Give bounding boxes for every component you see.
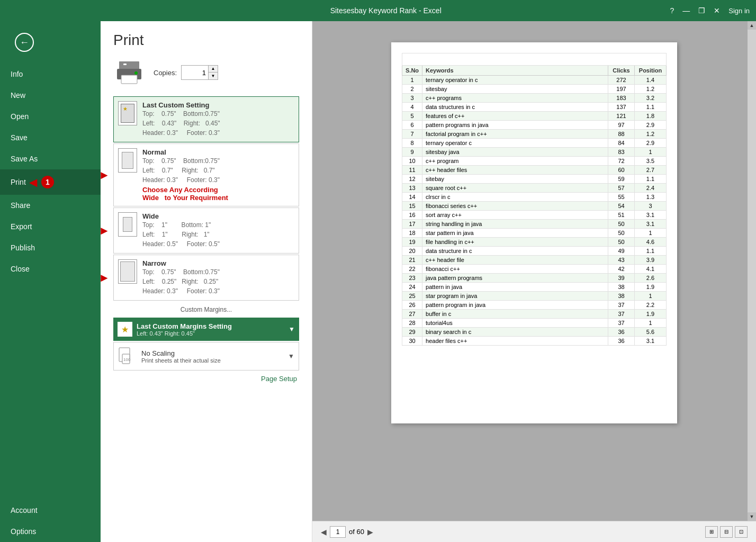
next-page-button[interactable]: ▶	[367, 528, 373, 536]
window-title: Sitesesbay Keyword Rank - Excel	[102, 6, 670, 15]
page-break-button[interactable]: ⊡	[735, 526, 748, 538]
table-row: 17string handling in java503.1	[402, 220, 667, 229]
content-area: Print Copies:	[101, 21, 756, 542]
last-custom-title: Last Custom Margins Setting	[137, 322, 284, 330]
table-row: 12sitebay591.1	[402, 175, 667, 184]
table-col-header: S.No Keywords Clicks Position	[402, 66, 667, 76]
no-scaling-title: No Scaling	[141, 349, 284, 357]
help-icon[interactable]: ?	[670, 6, 674, 15]
no-scaling-dropdown-arrow: ▼	[288, 353, 294, 360]
sidebar-item-share[interactable]: Share	[0, 195, 101, 216]
print-copies-row: Copies: ▲ ▼	[113, 59, 299, 86]
normal-view-button[interactable]: ⊞	[705, 526, 718, 538]
print-number-badge: 1	[41, 176, 54, 188]
col-position: Position	[635, 66, 667, 76]
narrow-red-arrow: ►	[101, 271, 110, 285]
last-custom-margins-dropdown[interactable]: ★ Last Custom Margins Setting Left: 0.43…	[113, 318, 299, 341]
col-sno: S.No	[402, 66, 422, 76]
margin-option-wide[interactable]: Wide Top: 1" Bottom: 1" Left: 1" Right: …	[113, 207, 299, 254]
prev-page-button[interactable]: ◀	[321, 528, 327, 536]
sidebar-item-info[interactable]: Info	[0, 64, 101, 85]
svg-text:100: 100	[123, 357, 131, 362]
col-clicks: Clicks	[608, 66, 635, 76]
margin-sub-last-custom: Top: 0.75" Bottom:0.75" Left: 0.43" Righ…	[142, 109, 294, 138]
no-scaling-dropdown[interactable]: 100 No Scaling Print sheets at their act…	[113, 342, 299, 371]
printer-icon	[113, 59, 145, 86]
no-scaling-sub: Print sheets at their actual size	[141, 357, 284, 364]
sidebar-item-publish[interactable]: Publish	[0, 237, 101, 258]
sign-in-link[interactable]: Sign in	[728, 7, 750, 15]
table-row: 28tutorial4us371	[402, 319, 667, 328]
table-row: 9sitesbay java831	[402, 148, 667, 157]
scroll-up-button[interactable]: ▲	[748, 21, 756, 30]
margin-thumb-wide	[118, 212, 137, 237]
svg-point-4	[134, 71, 138, 75]
table-row: 1ternary operator in c2721.4	[402, 76, 667, 85]
sidebar-item-close[interactable]: Close	[0, 258, 101, 279]
copies-up-button[interactable]: ▲	[208, 66, 218, 73]
table-row: 21c++ header file433.9	[402, 256, 667, 265]
table-row: 8ternary operator c842.9	[402, 139, 667, 148]
table-row: 14clrscr in c551.3	[402, 193, 667, 202]
table-row: 15fibonacci series c++543	[402, 202, 667, 211]
table-row: 2sitesbay1971.2	[402, 85, 667, 94]
last-custom-dropdown-arrow: ▼	[289, 326, 295, 333]
preview-sheet: Sitesbay Keyword Ranking S.No Keywords C…	[391, 42, 677, 423]
maximize-button[interactable]: ❐	[698, 6, 705, 15]
margin-thumb-last-custom: ★	[118, 101, 137, 125]
page-number-input[interactable]	[330, 526, 346, 538]
sidebar-item-new[interactable]: New	[0, 85, 101, 106]
page-layout-button[interactable]: ⊟	[720, 526, 733, 538]
close-button[interactable]: ✕	[714, 6, 720, 15]
sidebar-item-export[interactable]: Export	[0, 216, 101, 237]
margin-option-last-custom[interactable]: ★ Last Custom Setting Top: 0.75" Bottom:…	[113, 96, 299, 142]
last-custom-sub: Left: 0.43" Right: 0.45"	[137, 330, 284, 337]
table-row: 4data structures in c1371.1	[402, 103, 667, 112]
sidebar-item-account[interactable]: Account	[0, 500, 101, 521]
sidebar-item-open[interactable]: Open	[0, 106, 101, 127]
margin-sub-narrow: Top: 0.75" Bottom:0.75" Left: 0.25" Righ…	[142, 267, 294, 296]
table-row: 22fibonacci c++424.1	[402, 265, 667, 274]
sidebar-item-save-as[interactable]: Save As	[0, 148, 101, 169]
back-button[interactable]: ←	[8, 26, 40, 58]
margin-name-wide: Wide	[142, 212, 294, 220]
table-row: 6pattern programs in java972.9	[402, 121, 667, 130]
sidebar-item-options[interactable]: Options	[0, 521, 101, 542]
custom-margins-link[interactable]: Custom Margins...	[113, 302, 299, 318]
print-title: Print	[113, 32, 299, 49]
table-header-row: Sitesbay Keyword Ranking	[402, 53, 667, 66]
copies-input[interactable]	[182, 66, 208, 79]
margin-option-narrow[interactable]: Narrow Top: 0.75" Bottom:0.75" Left: 0.2…	[113, 255, 299, 301]
sidebar-item-save[interactable]: Save	[0, 127, 101, 148]
margin-option-wide-wrap: ► Wide Top: 1" Bottom: 1" Left: 1" Right…	[113, 207, 299, 254]
svg-rect-2	[121, 75, 137, 84]
table-row: 10c++ program723.5	[402, 157, 667, 166]
table-row: 25star program in java381	[402, 292, 667, 301]
sidebar-item-print[interactable]: Print ◀ 1	[0, 169, 101, 195]
minimize-button[interactable]: —	[682, 6, 690, 15]
page-navigation: ◀ of 60 ▶	[321, 526, 373, 538]
margin-option-normal-wrap: ► Normal Top: 0.75" Bottom:0.75" Left: 0…	[113, 143, 299, 206]
last-custom-star-icon: ★	[118, 322, 132, 337]
copies-down-button[interactable]: ▼	[208, 73, 218, 79]
preview-scrollbar[interactable]: ▲ ▼	[748, 21, 756, 521]
print-panel: Print Copies:	[101, 21, 312, 542]
table-title: Sitesbay Keyword Ranking	[402, 53, 667, 66]
margin-sub-wide: Top: 1" Bottom: 1" Left: 1" Right: 1" He…	[142, 220, 294, 249]
table-row: 16sort array c++513.1	[402, 211, 667, 220]
margin-option-normal[interactable]: Normal Top: 0.75" Bottom:0.75" Left: 0.7…	[113, 143, 299, 206]
table-row: 30header files c++363.1	[402, 337, 667, 346]
table-row: 26pattern program in java372.2	[402, 301, 667, 310]
copies-input-wrap: ▲ ▼	[181, 65, 218, 80]
col-keywords: Keywords	[422, 66, 608, 76]
choose-any-sublabel: Wide to Your Requirment	[142, 194, 294, 202]
table-row: 27buffer in c371.9	[402, 310, 667, 319]
scroll-down-button[interactable]: ▼	[748, 512, 756, 521]
table-row: 29binary search in c365.6	[402, 328, 667, 337]
preview-table: Sitesbay Keyword Ranking S.No Keywords C…	[402, 53, 667, 346]
sidebar: ← Info New Open Save Save As Print ◀ 1 S…	[0, 21, 101, 542]
table-row: 11c++ header files602.7	[402, 166, 667, 175]
page-setup-link[interactable]: Page Setup	[113, 371, 299, 387]
table-row: 23java pattern programs392.6	[402, 274, 667, 283]
margin-thumb-normal	[118, 148, 137, 173]
